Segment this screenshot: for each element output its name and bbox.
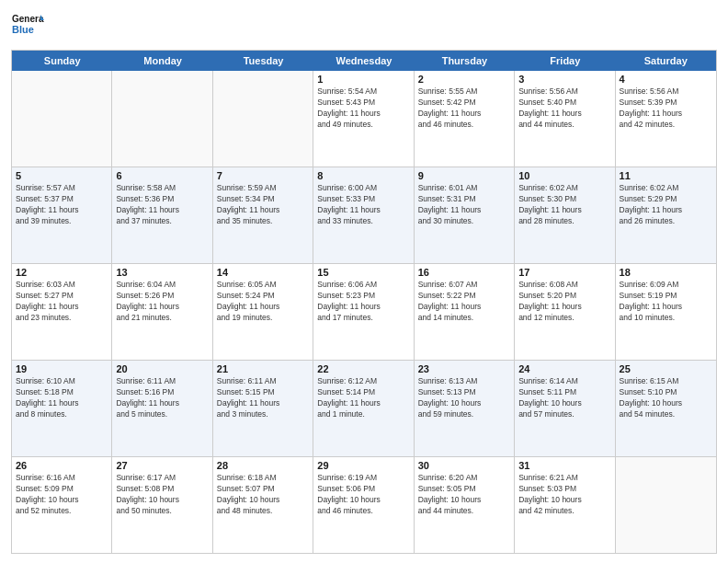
day-info: Sunrise: 5:59 AM Sunset: 5:34 PM Dayligh… [217, 183, 309, 227]
day-cell-23: 23Sunrise: 6:13 AM Sunset: 5:13 PM Dayli… [415, 361, 515, 456]
day-cell-21: 21Sunrise: 6:11 AM Sunset: 5:15 PM Dayli… [213, 361, 313, 456]
day-cell-8: 8Sunrise: 6:00 AM Sunset: 5:33 PM Daylig… [313, 167, 414, 263]
day-header-thursday: Thursday [415, 51, 515, 71]
logo-svg: General Blue [11, 9, 44, 42]
week-row-3: 12Sunrise: 6:03 AM Sunset: 5:27 PM Dayli… [12, 264, 716, 361]
day-info: Sunrise: 6:21 AM Sunset: 5:03 PM Dayligh… [518, 473, 610, 517]
day-header-saturday: Saturday [616, 51, 716, 71]
day-cell-31: 31Sunrise: 6:21 AM Sunset: 5:03 PM Dayli… [515, 457, 615, 553]
day-cell-empty [112, 71, 212, 167]
day-cell-empty [616, 457, 716, 553]
day-number: 6 [116, 170, 208, 181]
day-number: 3 [518, 74, 610, 85]
day-cell-empty [12, 71, 112, 167]
day-info: Sunrise: 6:08 AM Sunset: 5:20 PM Dayligh… [518, 280, 610, 324]
day-number: 31 [518, 460, 610, 471]
day-cell-empty [213, 71, 313, 167]
header: General Blue [11, 9, 717, 42]
day-info: Sunrise: 6:02 AM Sunset: 5:29 PM Dayligh… [620, 183, 712, 227]
day-info: Sunrise: 6:07 AM Sunset: 5:22 PM Dayligh… [418, 280, 510, 324]
day-cell-25: 25Sunrise: 6:15 AM Sunset: 5:10 PM Dayli… [616, 361, 716, 456]
day-header-monday: Monday [112, 51, 212, 71]
day-cell-5: 5Sunrise: 5:57 AM Sunset: 5:37 PM Daylig… [12, 167, 112, 263]
week-row-5: 26Sunrise: 6:16 AM Sunset: 5:09 PM Dayli… [12, 457, 716, 553]
day-info: Sunrise: 5:56 AM Sunset: 5:39 PM Dayligh… [620, 86, 712, 131]
day-info: Sunrise: 6:11 AM Sunset: 5:15 PM Dayligh… [217, 376, 309, 420]
day-number: 13 [116, 267, 208, 278]
logo: General Blue [11, 9, 44, 42]
day-info: Sunrise: 6:11 AM Sunset: 5:16 PM Dayligh… [116, 376, 208, 420]
day-info: Sunrise: 6:00 AM Sunset: 5:33 PM Dayligh… [317, 183, 409, 227]
calendar: SundayMondayTuesdayWednesdayThursdayFrid… [11, 50, 717, 554]
day-info: Sunrise: 6:13 AM Sunset: 5:13 PM Dayligh… [418, 376, 510, 420]
day-number: 5 [16, 170, 108, 181]
day-cell-24: 24Sunrise: 6:14 AM Sunset: 5:11 PM Dayli… [515, 361, 615, 456]
day-cell-9: 9Sunrise: 6:01 AM Sunset: 5:31 PM Daylig… [415, 167, 515, 263]
week-row-2: 5Sunrise: 5:57 AM Sunset: 5:37 PM Daylig… [12, 167, 716, 264]
day-cell-19: 19Sunrise: 6:10 AM Sunset: 5:18 PM Dayli… [12, 361, 112, 456]
day-number: 7 [217, 170, 309, 181]
day-info: Sunrise: 6:15 AM Sunset: 5:10 PM Dayligh… [620, 376, 712, 420]
day-cell-3: 3Sunrise: 5:56 AM Sunset: 5:40 PM Daylig… [515, 71, 615, 167]
day-header-wednesday: Wednesday [313, 51, 414, 71]
week-row-1: 1Sunrise: 5:54 AM Sunset: 5:43 PM Daylig… [12, 71, 716, 167]
day-number: 1 [317, 74, 409, 85]
day-info: Sunrise: 6:20 AM Sunset: 5:05 PM Dayligh… [418, 473, 510, 517]
day-number: 16 [418, 267, 510, 278]
day-cell-13: 13Sunrise: 6:04 AM Sunset: 5:26 PM Dayli… [112, 264, 212, 360]
day-cell-18: 18Sunrise: 6:09 AM Sunset: 5:19 PM Dayli… [616, 264, 716, 360]
day-number: 26 [16, 460, 108, 471]
day-number: 22 [317, 363, 409, 374]
day-cell-1: 1Sunrise: 5:54 AM Sunset: 5:43 PM Daylig… [313, 71, 414, 167]
day-number: 11 [620, 170, 712, 181]
day-number: 25 [620, 363, 712, 374]
day-info: Sunrise: 6:03 AM Sunset: 5:27 PM Dayligh… [16, 280, 108, 324]
day-cell-16: 16Sunrise: 6:07 AM Sunset: 5:22 PM Dayli… [415, 264, 515, 360]
day-info: Sunrise: 6:04 AM Sunset: 5:26 PM Dayligh… [116, 280, 208, 324]
day-number: 19 [16, 363, 108, 374]
day-info: Sunrise: 6:16 AM Sunset: 5:09 PM Dayligh… [16, 473, 108, 517]
day-number: 10 [518, 170, 610, 181]
day-header-tuesday: Tuesday [213, 51, 313, 71]
day-cell-28: 28Sunrise: 6:18 AM Sunset: 5:07 PM Dayli… [213, 457, 313, 553]
day-info: Sunrise: 6:19 AM Sunset: 5:06 PM Dayligh… [317, 473, 409, 517]
calendar-header: SundayMondayTuesdayWednesdayThursdayFrid… [12, 51, 716, 71]
day-number: 21 [217, 363, 309, 374]
day-cell-2: 2Sunrise: 5:55 AM Sunset: 5:42 PM Daylig… [415, 71, 515, 167]
day-header-sunday: Sunday [12, 51, 112, 71]
day-cell-15: 15Sunrise: 6:06 AM Sunset: 5:23 PM Dayli… [313, 264, 414, 360]
day-info: Sunrise: 6:01 AM Sunset: 5:31 PM Dayligh… [418, 183, 510, 227]
day-info: Sunrise: 6:02 AM Sunset: 5:30 PM Dayligh… [518, 183, 610, 227]
day-info: Sunrise: 6:05 AM Sunset: 5:24 PM Dayligh… [217, 280, 309, 324]
day-number: 9 [418, 170, 510, 181]
day-cell-17: 17Sunrise: 6:08 AM Sunset: 5:20 PM Dayli… [515, 264, 615, 360]
day-number: 29 [317, 460, 409, 471]
day-cell-26: 26Sunrise: 6:16 AM Sunset: 5:09 PM Dayli… [12, 457, 112, 553]
day-info: Sunrise: 5:57 AM Sunset: 5:37 PM Dayligh… [16, 183, 108, 227]
day-number: 8 [317, 170, 409, 181]
day-info: Sunrise: 6:09 AM Sunset: 5:19 PM Dayligh… [620, 280, 712, 324]
day-number: 4 [620, 74, 712, 85]
day-number: 30 [418, 460, 510, 471]
day-info: Sunrise: 6:17 AM Sunset: 5:08 PM Dayligh… [116, 473, 208, 517]
day-number: 20 [116, 363, 208, 374]
svg-text:General: General [12, 14, 44, 24]
day-cell-6: 6Sunrise: 5:58 AM Sunset: 5:36 PM Daylig… [112, 167, 212, 263]
day-info: Sunrise: 5:55 AM Sunset: 5:42 PM Dayligh… [418, 86, 510, 131]
day-cell-27: 27Sunrise: 6:17 AM Sunset: 5:08 PM Dayli… [112, 457, 212, 553]
day-number: 24 [518, 363, 610, 374]
day-number: 18 [620, 267, 712, 278]
day-number: 28 [217, 460, 309, 471]
day-info: Sunrise: 6:10 AM Sunset: 5:18 PM Dayligh… [16, 376, 108, 420]
day-header-friday: Friday [515, 51, 615, 71]
day-cell-22: 22Sunrise: 6:12 AM Sunset: 5:14 PM Dayli… [313, 361, 414, 456]
day-info: Sunrise: 5:56 AM Sunset: 5:40 PM Dayligh… [518, 86, 610, 131]
svg-text:Blue: Blue [12, 24, 34, 35]
week-row-4: 19Sunrise: 6:10 AM Sunset: 5:18 PM Dayli… [12, 361, 716, 457]
day-number: 12 [16, 267, 108, 278]
day-cell-4: 4Sunrise: 5:56 AM Sunset: 5:39 PM Daylig… [616, 71, 716, 167]
day-cell-29: 29Sunrise: 6:19 AM Sunset: 5:06 PM Dayli… [313, 457, 414, 553]
day-info: Sunrise: 5:58 AM Sunset: 5:36 PM Dayligh… [116, 183, 208, 227]
day-info: Sunrise: 5:54 AM Sunset: 5:43 PM Dayligh… [317, 86, 409, 131]
day-cell-10: 10Sunrise: 6:02 AM Sunset: 5:30 PM Dayli… [515, 167, 615, 263]
